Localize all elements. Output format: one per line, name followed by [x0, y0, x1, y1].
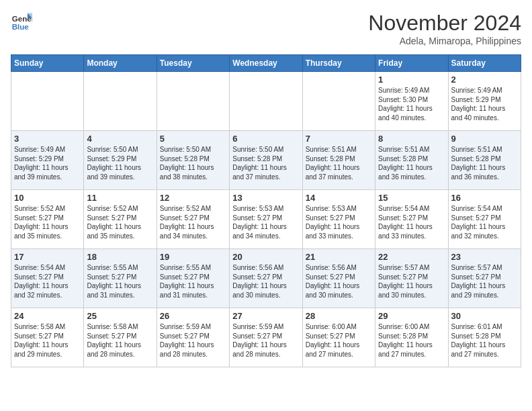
- day-number: 29: [378, 311, 445, 321]
- cell-info: Sunrise: 5:57 AM: [378, 263, 445, 273]
- cell-info: Sunset: 5:27 PM: [14, 273, 81, 282]
- cell-info: Sunrise: 5:56 AM: [232, 263, 299, 273]
- cell-info: Sunset: 5:30 PM: [378, 95, 445, 105]
- day-number: 27: [232, 311, 299, 321]
- cell-info: Daylight: 11 hours and 30 minutes.: [232, 281, 299, 300]
- day-number: 25: [87, 311, 153, 321]
- cell-info: Daylight: 11 hours and 35 minutes.: [14, 222, 81, 240]
- month-title: November 2024: [368, 11, 521, 36]
- cell-info: Sunrise: 5:50 AM: [160, 145, 226, 154]
- calendar-cell: 21Sunrise: 5:56 AMSunset: 5:27 PMDayligh…: [302, 249, 375, 308]
- calendar-cell: 13Sunrise: 5:53 AMSunset: 5:27 PMDayligh…: [230, 190, 302, 249]
- cell-info: Sunset: 5:27 PM: [160, 214, 226, 223]
- cell-info: Sunrise: 5:49 AM: [14, 145, 81, 154]
- calendar-cell: 18Sunrise: 5:55 AMSunset: 5:27 PMDayligh…: [84, 249, 157, 308]
- logo: General Blue: [11, 11, 32, 32]
- cell-info: Sunset: 5:27 PM: [87, 214, 153, 223]
- calendar-cell: 26Sunrise: 5:59 AMSunset: 5:27 PMDayligh…: [157, 308, 229, 367]
- weekday-header: Tuesday: [157, 55, 229, 72]
- weekday-header: Sunday: [11, 55, 84, 72]
- calendar-cell: [11, 72, 84, 131]
- cell-info: Daylight: 11 hours and 28 minutes.: [232, 340, 299, 359]
- cell-info: Daylight: 11 hours and 27 minutes.: [306, 340, 372, 359]
- logo-icon: General Blue: [11, 11, 32, 32]
- cell-info: Sunrise: 5:53 AM: [232, 204, 299, 214]
- weekday-header: Thursday: [302, 55, 375, 72]
- calendar-cell: 6Sunrise: 5:50 AMSunset: 5:28 PMDaylight…: [230, 131, 302, 190]
- day-number: 3: [14, 134, 81, 144]
- cell-info: Sunrise: 5:59 AM: [160, 322, 226, 332]
- cell-info: Daylight: 11 hours and 30 minutes.: [378, 281, 445, 300]
- cell-info: Daylight: 11 hours and 34 minutes.: [232, 222, 299, 240]
- cell-info: Sunrise: 5:58 AM: [14, 322, 81, 332]
- cell-info: Sunrise: 5:54 AM: [14, 263, 81, 273]
- calendar-cell: 4Sunrise: 5:50 AMSunset: 5:29 PMDaylight…: [84, 131, 157, 190]
- cell-info: Daylight: 11 hours and 32 minutes.: [14, 281, 81, 300]
- cell-info: Sunrise: 5:51 AM: [378, 145, 445, 154]
- day-number: 1: [378, 75, 445, 85]
- day-number: 20: [232, 252, 299, 262]
- calendar-cell: 5Sunrise: 5:50 AMSunset: 5:28 PMDaylight…: [157, 131, 229, 190]
- cell-info: Daylight: 11 hours and 39 minutes.: [87, 163, 153, 181]
- day-number: 26: [160, 311, 226, 321]
- calendar-cell: 1Sunrise: 5:49 AMSunset: 5:30 PMDaylight…: [375, 72, 448, 131]
- cell-info: Daylight: 11 hours and 37 minutes.: [232, 163, 299, 181]
- cell-info: Sunset: 5:27 PM: [160, 273, 226, 282]
- cell-info: Sunrise: 5:51 AM: [451, 145, 518, 154]
- calendar-cell: 16Sunrise: 5:54 AMSunset: 5:27 PMDayligh…: [448, 190, 521, 249]
- cell-info: Sunset: 5:27 PM: [232, 214, 299, 223]
- cell-info: Daylight: 11 hours and 30 minutes.: [306, 281, 372, 300]
- cell-info: Daylight: 11 hours and 31 minutes.: [160, 281, 226, 300]
- day-number: 6: [232, 134, 299, 144]
- cell-info: Daylight: 11 hours and 28 minutes.: [87, 340, 153, 359]
- cell-info: Sunset: 5:27 PM: [87, 273, 153, 282]
- cell-info: Daylight: 11 hours and 35 minutes.: [87, 222, 153, 240]
- cell-info: Sunset: 5:28 PM: [378, 154, 445, 164]
- cell-info: Sunrise: 5:52 AM: [160, 204, 226, 214]
- cell-info: Sunset: 5:27 PM: [451, 273, 518, 282]
- cell-info: Sunrise: 5:52 AM: [87, 204, 153, 214]
- day-number: 4: [87, 134, 153, 144]
- calendar-cell: 2Sunrise: 5:49 AMSunset: 5:29 PMDaylight…: [448, 72, 521, 131]
- cell-info: Sunset: 5:27 PM: [87, 332, 153, 341]
- cell-info: Sunset: 5:27 PM: [232, 332, 299, 341]
- calendar-cell: 3Sunrise: 5:49 AMSunset: 5:29 PMDaylight…: [11, 131, 84, 190]
- calendar-cell: 8Sunrise: 5:51 AMSunset: 5:28 PMDaylight…: [375, 131, 448, 190]
- day-number: 16: [451, 193, 518, 203]
- cell-info: Sunset: 5:27 PM: [306, 332, 372, 341]
- day-number: 30: [451, 311, 518, 321]
- cell-info: Daylight: 11 hours and 29 minutes.: [451, 281, 518, 300]
- cell-info: Daylight: 11 hours and 33 minutes.: [378, 222, 445, 240]
- calendar-cell: 27Sunrise: 5:59 AMSunset: 5:27 PMDayligh…: [230, 308, 302, 367]
- cell-info: Daylight: 11 hours and 27 minutes.: [378, 340, 445, 359]
- cell-info: Sunrise: 5:53 AM: [306, 204, 372, 214]
- calendar-cell: 20Sunrise: 5:56 AMSunset: 5:27 PMDayligh…: [230, 249, 302, 308]
- cell-info: Sunrise: 5:50 AM: [232, 145, 299, 154]
- location: Adela, Mimaropa, Philippines: [368, 36, 521, 46]
- cell-info: Daylight: 11 hours and 32 minutes.: [451, 222, 518, 240]
- cell-info: Sunrise: 5:50 AM: [87, 145, 153, 154]
- cell-info: Sunset: 5:28 PM: [378, 332, 445, 341]
- cell-info: Sunrise: 6:01 AM: [451, 322, 518, 332]
- day-number: 5: [160, 134, 226, 144]
- cell-info: Sunrise: 5:58 AM: [87, 322, 153, 332]
- cell-info: Daylight: 11 hours and 40 minutes.: [451, 104, 518, 122]
- cell-info: Sunset: 5:29 PM: [14, 154, 81, 164]
- day-number: 21: [306, 252, 372, 262]
- cell-info: Daylight: 11 hours and 36 minutes.: [378, 163, 445, 181]
- day-number: 15: [378, 193, 445, 203]
- calendar-cell: 10Sunrise: 5:52 AMSunset: 5:27 PMDayligh…: [11, 190, 84, 249]
- weekday-header: Saturday: [448, 55, 521, 72]
- day-number: 11: [87, 193, 153, 203]
- cell-info: Sunset: 5:28 PM: [451, 332, 518, 341]
- cell-info: Sunrise: 5:49 AM: [378, 86, 445, 95]
- calendar-table: SundayMondayTuesdayWednesdayThursdayFrid…: [11, 54, 521, 367]
- cell-info: Sunset: 5:29 PM: [451, 95, 518, 105]
- cell-info: Sunset: 5:28 PM: [160, 154, 226, 164]
- weekday-header: Wednesday: [230, 55, 302, 72]
- cell-info: Sunset: 5:27 PM: [378, 273, 445, 282]
- calendar-cell: [157, 72, 229, 131]
- cell-info: Daylight: 11 hours and 27 minutes.: [451, 340, 518, 359]
- day-number: 14: [306, 193, 372, 203]
- calendar-cell: 14Sunrise: 5:53 AMSunset: 5:27 PMDayligh…: [302, 190, 375, 249]
